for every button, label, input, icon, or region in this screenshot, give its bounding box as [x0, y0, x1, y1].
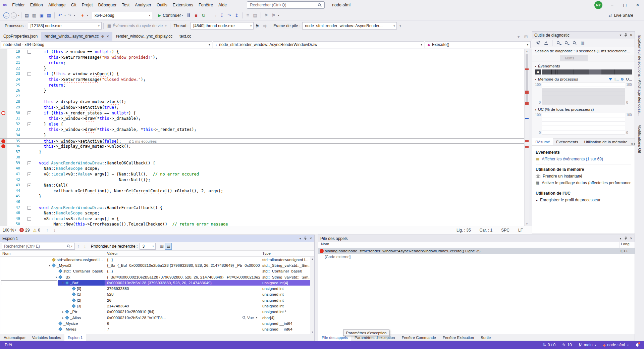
breakpoint-gutter[interactable] [0, 155, 7, 160]
column-header-name[interactable]: Nom [0, 251, 105, 256]
timeline-ruler[interactable]: 68ms [532, 55, 635, 61]
toolbar-options-icon[interactable]: ▾ [399, 24, 401, 28]
breakpoint-gutter[interactable] [0, 105, 7, 110]
watch-row[interactable]: [0]3796932880unsigned int [0, 286, 314, 291]
menu-item[interactable]: Aide [216, 0, 229, 10]
pause-events-icon[interactable]: ▮▮ [535, 69, 541, 74]
code-line[interactable]: 43– Nan::Call( [0, 183, 529, 188]
tool-tab-automatique[interactable]: Automatique [0, 334, 29, 341]
breakpoint-gutter[interactable] [0, 183, 7, 188]
fold-collapse-icon[interactable]: – [28, 184, 31, 187]
breakpoint-gutter[interactable] [0, 60, 7, 66]
code-line[interactable]: 25 return; [0, 83, 529, 88]
menu-item[interactable]: Edition [28, 0, 46, 10]
code-line[interactable]: 46 [0, 199, 529, 205]
watch-name-edit-box[interactable] [1, 280, 57, 285]
menu-item[interactable]: Projet [79, 0, 96, 10]
breakpoint-gutter[interactable] [0, 199, 7, 205]
quick-search-box[interactable]: Rechercher (Ctrl+Q) [247, 1, 325, 9]
callstack-frame[interactable]: →binding.node!node_sfml::render_window::… [318, 248, 635, 254]
column-header-type[interactable]: Type [260, 251, 314, 256]
step-out-icon[interactable]: ↥ [233, 11, 240, 19]
new-file-icon[interactable]: ▤ [23, 11, 31, 19]
close-button[interactable]: ✕ [631, 0, 644, 10]
code-line[interactable]: 19– if (this->_window == nullptr) { [0, 49, 529, 55]
breakpoint-gutter[interactable] [0, 55, 7, 60]
diagnostics-panel-header[interactable]: Outils de diagnostic ▾ ✕ [532, 32, 635, 39]
menu-item[interactable]: Affichage [46, 0, 68, 10]
watch-search-box[interactable]: Rechercher (Ctrl+E) ▾ [2, 243, 75, 250]
pin-icon[interactable] [624, 237, 627, 240]
fold-collapse-icon[interactable]: – [28, 161, 31, 165]
breakpoint-gutter[interactable]: → [0, 139, 7, 144]
close-icon[interactable]: ✕ [630, 237, 633, 240]
code-line[interactable]: 20 this->SetErrorMessage("No window prov… [0, 55, 529, 60]
stack-frame-combo[interactable]: node_sfml::render_window::AsyncRender...… [302, 22, 397, 30]
code-line[interactable]: 31 this->_window->draw(*this->_drawable)… [0, 116, 529, 121]
breakpoint-gutter[interactable] [0, 71, 7, 77]
fold-collapse-icon[interactable]: – [28, 217, 31, 221]
settings-gear-icon[interactable] [534, 39, 542, 47]
breakpoint-gutter[interactable] [0, 144, 7, 149]
window-split-icon[interactable]: ⊞ [522, 33, 530, 41]
diag-tab--v-nements[interactable]: Événements [553, 138, 581, 145]
code-line[interactable]: 50 Nan::New(this->ErrorMessage()).ToLoca… [0, 221, 529, 226]
repository-selector[interactable]: ◆ node-sfml ▾ [603, 343, 629, 347]
memory-graph[interactable] [542, 83, 625, 105]
code-line[interactable]: 24 this->SetErrorMessage("Closed window.… [0, 77, 529, 83]
watch-row[interactable]: ▸_Ptr0x00000210e2509910 {84}unsigned int… [0, 309, 314, 315]
breakpoint-icon[interactable] [1, 144, 5, 148]
code-line[interactable]: 38 [0, 155, 529, 160]
fold-collapse-icon[interactable]: – [28, 206, 31, 210]
save-icon[interactable]: ▣ [38, 11, 45, 19]
zoom-out-icon[interactable]: − [563, 39, 570, 47]
expander-icon[interactable]: ▾ [61, 281, 65, 285]
show-events-link[interactable]: ▤ Afficher les événements (1 sur 69) [536, 157, 631, 161]
pause-button[interactable] [185, 11, 193, 19]
vertical-tool-tab[interactable]: Explorateur de solutions - Affichage des… [638, 35, 642, 116]
breakpoint-disabled-icon[interactable] [1, 111, 5, 115]
breakpoint-gutter[interactable] [0, 88, 7, 94]
watch-row[interactable]: ▾_Buf0x00000210e2b5a128 {3796932880, 528… [0, 280, 314, 286]
doc-tab[interactable]: render_window...ync_display.cc [113, 32, 176, 41]
code-line[interactable]: 23– if (!this->_window->isOpen()) { [0, 71, 529, 77]
export-icon[interactable] [542, 39, 550, 47]
watch-row[interactable]: std::allocator<unsigned i...{...}std::al… [0, 257, 314, 262]
breakpoint-gutter[interactable] [0, 216, 7, 222]
live-share-button[interactable]: ⇄ Live Share [609, 13, 641, 18]
watch-row[interactable]: ▾_Myval2{_Bx={_Buf=0x00000210e2b5a128 {3… [0, 262, 314, 268]
code-line[interactable]: 26 } [0, 88, 529, 94]
code-line[interactable]: 27 [0, 94, 529, 99]
continue-button[interactable]: ▶ Continuer ▾ [156, 11, 185, 19]
code-line[interactable]: 28 this->_display_draw_mutex->lock(); [0, 99, 529, 105]
cpu-graph[interactable] [542, 113, 625, 135]
callstack-panel-header[interactable]: Pile des appels ▾ ✕ [318, 235, 635, 242]
breakpoint-gutter[interactable] [0, 205, 7, 211]
perf-tip[interactable]: ≤ 1 ms écoulées [129, 139, 157, 143]
memory-legend-item[interactable]: I... [614, 77, 619, 81]
show-next-statement-icon[interactable]: → [211, 11, 218, 19]
diag-tab-utilisation-de-la-m-moire[interactable]: Utilisation de la mémoire [581, 138, 631, 145]
breakpoint-gutter[interactable] [0, 188, 7, 194]
expander-icon[interactable]: ▸ [61, 310, 65, 313]
notifications-bell[interactable] [635, 343, 639, 347]
warning-count[interactable]: 0 [38, 228, 40, 233]
code-line[interactable]: 45} [0, 194, 529, 199]
menu-item[interactable]: Extensions [170, 0, 196, 10]
document-outline-icon[interactable]: ▤ [252, 11, 259, 19]
hot-reload-icon[interactable]: ♦ [79, 11, 86, 19]
menu-item[interactable]: Déboguer [95, 0, 119, 10]
hot-reload-dropdown-icon[interactable]: ▾ [87, 14, 88, 17]
zoom-dropdown-icon[interactable]: ▾ [15, 229, 16, 232]
menu-item[interactable]: Git [68, 0, 79, 10]
tool-tab-fen-tre-ex-cution[interactable]: Fenêtre Exécution [439, 334, 477, 341]
memory-legend-item[interactable]: O... [626, 77, 632, 81]
editor-scrollbar[interactable]: ▲ ▼ [524, 49, 529, 226]
breakpoint-gutter[interactable] [0, 149, 7, 155]
stop-button[interactable]: ■ [193, 11, 200, 19]
breakpoint-gutter[interactable] [0, 121, 7, 127]
filter-icon[interactable] [609, 78, 612, 81]
next-issue-icon[interactable]: ↓ [51, 226, 58, 234]
record-cpu-profile-link[interactable]: ● Enregistrer le profil du processeur [536, 198, 631, 202]
watch-format-button[interactable]: ▤ [165, 243, 172, 250]
